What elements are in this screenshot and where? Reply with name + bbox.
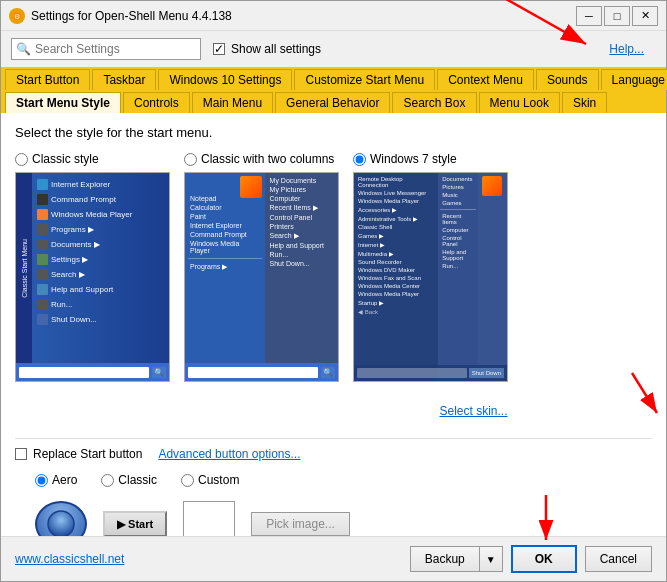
search-input[interactable] — [35, 42, 196, 56]
backup-button-group: Backup ▼ — [410, 546, 503, 572]
2col-orange-icon — [240, 176, 262, 198]
nav-row-1: Start Button Taskbar Windows 10 Settings… — [1, 67, 666, 90]
tab-taskbar[interactable]: Taskbar — [92, 69, 156, 90]
footer: www.classicshell.net Backup ▼ OK Cance — [1, 536, 666, 581]
tab-main-menu[interactable]: Main Menu — [192, 92, 273, 113]
help-link[interactable]: Help... — [609, 42, 644, 56]
custom-btn-preview — [183, 501, 235, 536]
classic-radio-label: Classic style — [15, 152, 99, 166]
aero-label: Aero — [52, 473, 77, 487]
win7-shutdown-btn: Shut Down — [469, 368, 504, 378]
classic-item: Settings ▶ — [34, 252, 167, 267]
tab-start-button[interactable]: Start Button — [5, 69, 90, 90]
2col-left: Notepad Calculator Paint Internet Explor… — [185, 173, 265, 381]
tab-windows10[interactable]: Windows 10 Settings — [158, 69, 292, 90]
backup-button[interactable]: Backup — [411, 547, 479, 571]
win7-radio[interactable] — [353, 153, 366, 166]
classic-side-label: Classic Start Menu — [21, 239, 28, 298]
select-skin-row: Select skin... — [295, 398, 652, 430]
classic-menu-items: Internet Explorer Command Prompt Windows… — [32, 173, 169, 331]
2col-right: My Documents My Pictures Computer Recent… — [265, 173, 338, 381]
tab-context[interactable]: Context Menu — [437, 69, 534, 90]
tab-skin[interactable]: Skin — [562, 92, 607, 113]
2col-searchbar: 🔍 — [185, 363, 338, 381]
tab-controls[interactable]: Controls — [123, 92, 190, 113]
classic-label: Classic style — [32, 152, 99, 166]
content-area: Select the style for the start menu. Cla… — [1, 113, 666, 536]
advanced-button-options-link[interactable]: Advanced button options... — [158, 447, 300, 461]
style-card-2col: Classic with two columns Notepad Calcula… — [184, 152, 339, 382]
ok-button[interactable]: OK — [511, 545, 577, 573]
tab-sounds[interactable]: Sounds — [536, 69, 599, 90]
cancel-button[interactable]: Cancel — [585, 546, 652, 572]
custom-label: Custom — [198, 473, 239, 487]
classic-item: Documents ▶ — [34, 237, 167, 252]
website-link[interactable]: www.classicshell.net — [15, 552, 124, 566]
win7-searchbar: Shut Down — [354, 365, 507, 381]
maximize-button[interactable]: □ — [604, 6, 630, 26]
win7-mid: Documents Pictures Music Games Recent It… — [438, 173, 478, 381]
nav-tabs: Start Button Taskbar Windows 10 Settings… — [1, 67, 666, 113]
classic-btn-label: Classic — [118, 473, 157, 487]
replace-button-row: Replace Start button Advanced button opt… — [15, 447, 652, 461]
classic-btn-radio[interactable] — [101, 474, 114, 487]
2col-preview[interactable]: Notepad Calculator Paint Internet Explor… — [184, 172, 339, 382]
tab-start-menu-style[interactable]: Start Menu Style — [5, 92, 121, 113]
win7-orange-icon — [482, 176, 502, 196]
2col-radio-label: Classic with two columns — [184, 152, 334, 166]
aero-icon — [46, 509, 76, 536]
custom-radio[interactable] — [181, 474, 194, 487]
2col-radio[interactable] — [184, 153, 197, 166]
nav-row-2: Start Menu Style Controls Main Menu Gene… — [1, 90, 666, 113]
classic-item: Windows Media Player — [34, 207, 167, 222]
button-style-radio-row: Aero Classic Custom — [15, 473, 652, 487]
window-controls: ─ □ ✕ — [576, 6, 658, 26]
aero-radio[interactable] — [35, 474, 48, 487]
classic-search-btn: 🔍 — [152, 367, 166, 378]
classic-radio[interactable] — [15, 153, 28, 166]
window-title: Settings for Open-Shell Menu 4.4.138 — [31, 9, 576, 23]
tab-menu-look[interactable]: Menu Look — [479, 92, 560, 113]
replace-button-checkbox[interactable] — [15, 448, 27, 460]
main-window: ⚙ Settings for Open-Shell Menu 4.4.138 ─… — [0, 0, 667, 582]
classic-preview[interactable]: Classic Start Menu Internet Explorer Com… — [15, 172, 170, 382]
button-preview-row: ▶ Start Pick image... — [15, 501, 652, 536]
pick-image-button[interactable]: Pick image... — [251, 512, 350, 536]
toolbar: 🔍 ✓ Show all settings Help... — [1, 31, 666, 67]
win7-label: Windows 7 style — [370, 152, 457, 166]
classic-btn-preview: ▶ Start — [103, 511, 167, 536]
classic-item: Run... — [34, 297, 167, 312]
classic-search-input — [19, 367, 149, 378]
close-button[interactable]: ✕ — [632, 6, 658, 26]
win7-preview[interactable]: Remote Desktop Connection Windows Live M… — [353, 172, 508, 382]
classic-searchbar: 🔍 — [16, 363, 169, 381]
backup-dropdown-arrow[interactable]: ▼ — [479, 547, 502, 571]
classic-item: Programs ▶ — [34, 222, 167, 237]
tab-search-box[interactable]: Search Box — [392, 92, 476, 113]
2col-label: Classic with two columns — [201, 152, 334, 166]
tab-language[interactable]: Language — [601, 69, 667, 90]
show-all-label: Show all settings — [231, 42, 321, 56]
tab-customize[interactable]: Customize Start Menu — [294, 69, 435, 90]
classic-item: Internet Explorer — [34, 177, 167, 192]
win7-radio-label: Windows 7 style — [353, 152, 457, 166]
search-icon: 🔍 — [16, 42, 31, 56]
search-box-container: 🔍 — [11, 38, 201, 60]
minimize-button[interactable]: ─ — [576, 6, 602, 26]
separator — [15, 438, 652, 439]
style-options: Classic style Classic Start Menu Interne… — [15, 152, 652, 382]
classic-radio-option: Classic — [101, 473, 157, 487]
show-all-settings-row: ✓ Show all settings — [213, 42, 321, 56]
show-all-checkbox[interactable]: ✓ — [213, 43, 225, 55]
app-icon: ⚙ — [9, 8, 25, 24]
custom-radio-option: Custom — [181, 473, 239, 487]
win7-right — [478, 173, 507, 381]
style-card-classic: Classic style Classic Start Menu Interne… — [15, 152, 170, 382]
classic-item: Help and Support — [34, 282, 167, 297]
classic-item: Search ▶ — [34, 267, 167, 282]
select-skin-link[interactable]: Select skin... — [439, 404, 507, 418]
classic-side-bar: Classic Start Menu — [16, 173, 32, 363]
replace-button-label: Replace Start button — [33, 447, 142, 461]
tab-general-behavior[interactable]: General Behavior — [275, 92, 390, 113]
title-bar: ⚙ Settings for Open-Shell Menu 4.4.138 ─… — [1, 1, 666, 31]
